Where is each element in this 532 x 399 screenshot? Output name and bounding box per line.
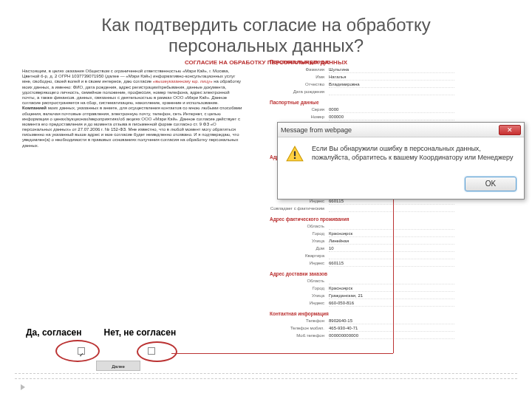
close-button[interactable]: ✕ <box>499 125 521 135</box>
mobile-value: 465-930-40-71 <box>329 326 454 332</box>
mobile-label: Телефон мобил. <box>270 326 329 332</box>
svg-rect-0 <box>294 151 296 157</box>
consultant-value: 000000000000 <box>329 333 454 339</box>
surname-value: Шульгина <box>329 67 454 73</box>
decorative-lines <box>15 373 517 383</box>
annotation-oval-yes <box>55 340 100 362</box>
consent-options: Да, согласен Нет, не согласен <box>26 327 176 338</box>
close-icon: ✕ <box>507 126 513 134</box>
annotation-arrow <box>171 353 393 354</box>
surname-label: Фамилия <box>270 67 329 73</box>
triangle-bullet-icon <box>21 384 25 390</box>
name-value: Наталья <box>329 75 454 81</box>
option-yes-label: Да, согласен <box>26 327 82 338</box>
name-label: Имя <box>270 75 329 81</box>
page-title: Как подтвердить согласие на обработку пе… <box>0 0 532 64</box>
consultant-label: Моб.телефон <box>270 333 329 339</box>
same-label: Совпадает с фактическим <box>270 206 329 212</box>
submit-button[interactable]: Далее <box>96 361 140 371</box>
series-label: Серия <box>270 107 329 113</box>
dialog-message: Если Вы обнаружили ошибку в персональных… <box>312 145 516 162</box>
number-value: 000000 <box>329 115 454 120</box>
delivery-section: Адрес доставки заказов <box>270 271 454 276</box>
dialog-titlebar[interactable]: Message from webpage ✕ <box>278 123 524 137</box>
idx-label: Индекс <box>270 199 329 205</box>
patronymic-label: Отчество <box>270 82 329 88</box>
warning-icon <box>285 145 304 164</box>
phone-label: Телефон <box>270 318 329 324</box>
annotation-arrow-v <box>393 192 394 353</box>
annotation-oval-no <box>137 341 177 362</box>
consent-p1-highlight: «вышеуказанному юр. лицу» <box>153 79 213 83</box>
phone-value: 8902640-15 <box>329 318 454 324</box>
alert-dialog: Message from webpage ✕ Если Вы обнаружил… <box>277 122 525 200</box>
profile-header: Персональные данные <box>270 59 454 64</box>
patronymic-value: Владимировна <box>329 82 454 88</box>
idx-value: 660115 <box>329 199 454 205</box>
birth-value <box>329 89 454 95</box>
profile-panel: Персональные данные ФамилияШульгина ИмяН… <box>270 59 454 341</box>
number-label: Номер <box>270 115 329 120</box>
svg-rect-1 <box>294 157 296 159</box>
series-value: 0000 <box>329 107 454 113</box>
dialog-title: Message from webpage <box>281 126 352 134</box>
consent-p2-bold: Компанией <box>22 106 47 110</box>
option-no-label: Нет, не согласен <box>104 327 177 338</box>
fact-section: Адрес фактического проживания <box>270 216 454 222</box>
consent-p2: моих данных, указанных в анкете, для осу… <box>22 106 242 147</box>
contact-section: Контактная информация <box>270 311 454 316</box>
passport-section: Паспортные данные <box>270 100 454 105</box>
ok-button[interactable]: OK <box>465 177 516 191</box>
birth-label: Дата рождения <box>270 89 329 95</box>
